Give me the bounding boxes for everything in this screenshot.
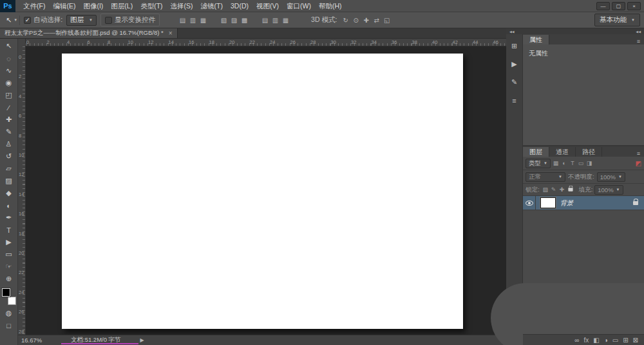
add-layer-mask-icon[interactable]: ◧ — [593, 335, 599, 345]
auto-select-checkbox[interactable]: ✓ 自动选择: — [24, 15, 62, 25]
align-left-edges-icon[interactable]: ▧ — [219, 15, 229, 25]
lock-position-icon[interactable]: ✚ — [558, 185, 566, 194]
quick-mask-button[interactable]: ◍ — [1, 307, 17, 319]
minimize-button[interactable]: — — [596, 2, 610, 10]
lock-transparency-icon[interactable]: ▨ — [542, 185, 549, 194]
menu-filter[interactable]: 滤镜(T) — [197, 0, 227, 12]
eyedropper-tool[interactable]: ∕ — [1, 101, 17, 113]
vertical-ruler[interactable]: 0246810121416182022242628 — [18, 46, 26, 335]
blur-tool[interactable]: ◆ — [1, 187, 17, 199]
menu-window[interactable]: 窗口(W) — [283, 0, 315, 12]
zoom-tool[interactable]: ⊕ — [1, 273, 17, 285]
channels-tab[interactable]: 通道 — [549, 147, 576, 157]
close-button[interactable]: × — [627, 2, 641, 10]
restore-button[interactable]: ▢ — [612, 2, 625, 10]
menu-help[interactable]: 帮助(H) — [315, 0, 346, 12]
filter-shape-layers-icon[interactable]: ▭ — [577, 159, 585, 168]
link-layers-icon[interactable]: ∞ — [574, 335, 579, 345]
path-selection-tool[interactable]: ▶ — [1, 236, 17, 248]
align-horizontal-centers-icon[interactable]: ▨ — [229, 15, 239, 25]
menu-image[interactable]: 图像(I) — [79, 0, 107, 12]
properties-tab[interactable]: 属性 — [523, 35, 549, 44]
menu-select[interactable]: 选择(S) — [167, 0, 197, 12]
menu-type[interactable]: 类型(T) — [137, 0, 166, 12]
hand-tool[interactable]: ☞ — [1, 261, 17, 273]
3d-rotate-icon[interactable]: ↻ — [341, 15, 350, 25]
opacity-field[interactable]: 100% ▼ — [597, 172, 625, 182]
filter-pixel-layers-icon[interactable]: ▦ — [552, 159, 560, 168]
document-tab[interactable]: 程太太学PS之——制作线条款封面.psd @ 16.7%(RGB/8) * × — [0, 28, 178, 38]
align-right-edges-icon[interactable]: ▩ — [240, 15, 249, 25]
lock-all-icon[interactable] — [568, 188, 573, 191]
color-swatches[interactable] — [1, 288, 17, 305]
panel-menu-icon[interactable]: ≡ — [633, 38, 644, 44]
canvas-viewport[interactable]: 0246810121416182022242628 — [18, 46, 506, 335]
new-layer-icon[interactable]: ⊞ — [623, 335, 628, 345]
paths-tab[interactable]: 路径 — [576, 147, 602, 157]
distribute-vertical-centers-icon[interactable]: ▥ — [270, 15, 280, 25]
collapse-dock-icon[interactable]: ◀◀ — [636, 30, 641, 34]
3d-pan-icon[interactable]: ✚ — [361, 15, 371, 25]
layer-row[interactable]: 背景 — [523, 196, 644, 210]
status-flyout-arrow-icon[interactable]: ▶ — [140, 337, 144, 343]
history-brush-tool[interactable]: ↺ — [1, 150, 17, 163]
crop-tool[interactable]: ◰ — [1, 89, 17, 101]
clone-stamp-tool[interactable]: ♙ — [1, 138, 17, 150]
actions-dock-icon[interactable]: ▶ — [508, 59, 521, 70]
layer-filter-dropdown[interactable]: 类型 ▼ — [526, 159, 551, 168]
type-tool[interactable]: T — [1, 224, 17, 236]
layer-visibility-toggle[interactable] — [523, 196, 536, 210]
tool-preset-picker[interactable]: ↖ ▼ — [4, 15, 20, 25]
styles-dock-icon[interactable]: ✎ — [508, 77, 521, 88]
auto-select-target-dropdown[interactable]: 图层 ▼ — [66, 15, 97, 26]
new-adjustment-layer-icon[interactable]: ◑ — [604, 335, 608, 345]
marquee-tool[interactable]: ◌ — [1, 52, 17, 64]
document-canvas[interactable] — [62, 54, 463, 329]
adjustments-dock-icon[interactable]: ≡ — [508, 95, 521, 106]
layer-filter-toggle-icon[interactable]: ◩ — [636, 160, 641, 167]
distribute-top-edges-icon[interactable]: ▤ — [260, 15, 270, 25]
lock-pixels-icon[interactable]: ✎ — [550, 185, 558, 194]
3d-roll-icon[interactable]: ⊙ — [351, 15, 361, 25]
foreground-color-swatch[interactable] — [2, 288, 10, 297]
layer-style-icon[interactable]: fx — [583, 335, 589, 345]
background-color-swatch[interactable] — [8, 297, 16, 305]
collapse-panels-icon[interactable]: ◀◀ — [509, 30, 515, 34]
layers-tab[interactable]: 图层 — [523, 147, 549, 157]
panel-menu-icon[interactable]: ≡ — [633, 150, 644, 157]
3d-scale-icon[interactable]: ◱ — [382, 15, 392, 25]
new-group-icon[interactable]: ▭ — [612, 335, 618, 345]
pen-tool[interactable]: ✒ — [1, 212, 17, 224]
filter-type-layers-icon[interactable]: T — [569, 159, 576, 168]
eraser-tool[interactable]: ▱ — [1, 163, 17, 175]
3d-slide-icon[interactable]: ⇄ — [372, 15, 381, 25]
filter-smart-objects-icon[interactable]: ◨ — [585, 159, 593, 168]
horizontal-ruler[interactable]: 0246810121416182022242628303234363840424… — [18, 39, 506, 46]
menu-edit[interactable]: 编辑(E) — [49, 0, 79, 12]
layer-thumbnail[interactable] — [540, 197, 556, 208]
rectangle-tool[interactable]: ▭ — [1, 248, 17, 261]
brush-tool[interactable]: ✎ — [1, 126, 17, 138]
distribute-bottom-edges-icon[interactable]: ▦ — [281, 15, 290, 25]
fill-field[interactable]: 100% ▼ — [594, 185, 623, 195]
lasso-tool[interactable]: ∿ — [1, 64, 17, 77]
delete-layer-icon[interactable]: ⊠ — [633, 335, 638, 345]
history-dock-icon[interactable]: ⊞ — [508, 41, 521, 52]
close-tab-icon[interactable]: × — [169, 30, 173, 37]
gradient-tool[interactable]: ▨ — [1, 175, 17, 187]
menu-file[interactable]: 文件(F) — [19, 0, 49, 12]
show-transform-checkbox[interactable]: 显示变换控件 — [100, 14, 160, 26]
dodge-tool[interactable]: ◐ — [1, 199, 17, 212]
blend-mode-dropdown[interactable]: 正常 ▼ — [526, 172, 565, 182]
filter-adjustment-layers-icon[interactable]: ◐ — [560, 159, 568, 168]
align-vertical-centers-icon[interactable]: ▥ — [188, 15, 198, 25]
align-top-edges-icon[interactable]: ▤ — [178, 15, 187, 25]
ruler-origin-corner[interactable] — [18, 39, 26, 46]
menu-layer[interactable]: 图层(L) — [107, 0, 137, 12]
workspace-switcher-button[interactable]: 基本功能 ▼ — [594, 14, 640, 26]
menu-view[interactable]: 视图(V) — [252, 0, 283, 12]
screen-mode-button[interactable]: □ — [1, 319, 17, 331]
quick-selection-tool[interactable]: ◉ — [1, 77, 17, 89]
move-tool[interactable]: ↖ — [1, 40, 17, 52]
healing-brush-tool[interactable]: ✚ — [1, 113, 17, 126]
